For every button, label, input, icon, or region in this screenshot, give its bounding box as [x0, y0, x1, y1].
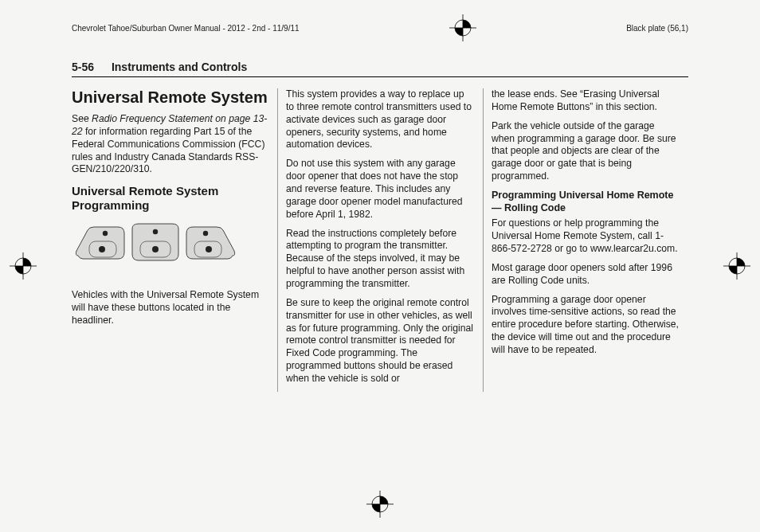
paragraph: the lease ends. See “Erasing Universal H…	[492, 88, 680, 114]
text: for information regarding Part 15 of the…	[72, 126, 264, 175]
svg-point-17	[206, 246, 212, 252]
svg-point-12	[103, 231, 108, 236]
bottom-crop-mark	[366, 491, 394, 518]
paragraph: Read the instructions completely before …	[286, 228, 475, 291]
column-1: Universal Remote System See Radio Freque…	[72, 88, 277, 392]
section-title: Instruments and Controls	[112, 61, 247, 73]
paragraph: Be sure to keep the original remote cont…	[286, 297, 475, 385]
programming-subtitle: Universal Remote System Programming	[72, 184, 269, 213]
body-columns: Universal Remote System See Radio Freque…	[72, 88, 688, 392]
svg-point-13	[153, 229, 158, 234]
paragraph: This system provides a way to replace up…	[286, 88, 475, 151]
rf-statement-paragraph: See Radio Frequency Statement on page 13…	[72, 113, 269, 176]
paragraph: Park the vehicle outside of the garage w…	[492, 120, 680, 183]
paragraph: Do not use this system with any garage d…	[286, 158, 475, 221]
manual-reference: Chevrolet Tahoe/Suburban Owner Manual - …	[72, 24, 300, 33]
topic-title: Universal Remote System	[72, 88, 269, 107]
print-header: Chevrolet Tahoe/Suburban Owner Manual - …	[0, 14, 760, 41]
column-3: the lease ends. See “Erasing Universal H…	[483, 88, 688, 392]
page-content: 5-56 Instruments and Controls Universal …	[72, 61, 688, 392]
remote-buttons-figure	[72, 219, 269, 281]
top-crop-mark	[449, 14, 476, 41]
page-header: 5-56 Instruments and Controls	[72, 61, 688, 77]
paragraph: Most garage door openers sold after 1996…	[492, 262, 680, 288]
plate-label: Black plate (56,1)	[626, 24, 688, 33]
column-2: This system provides a way to replace up…	[277, 88, 483, 392]
rolling-code-heading: Programming Universal Home Remote — Roll…	[492, 190, 680, 214]
text: See	[72, 113, 92, 124]
paragraph: For questions or help programming the Un…	[492, 217, 680, 256]
svg-point-14	[203, 231, 208, 236]
figure-caption: Vehicles with the Universal Remote Syste…	[72, 289, 269, 327]
left-crop-mark	[10, 252, 37, 280]
svg-point-15	[99, 246, 105, 252]
paragraph: Programming a garage door opener involve…	[492, 294, 680, 357]
page-number: 5-56	[72, 61, 94, 73]
right-crop-mark	[723, 252, 750, 280]
svg-point-16	[152, 246, 159, 252]
